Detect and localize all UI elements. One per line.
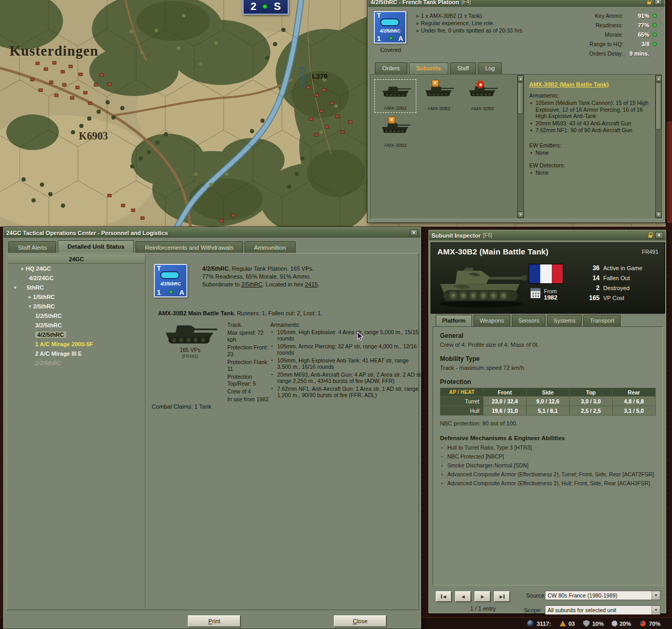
unit-window-titlebar[interactable]: 4/2/5thRC - French Tank Platoon [F4] ×: [368, 0, 665, 7]
globe-icon: [527, 620, 534, 627]
general-heading: General: [440, 332, 656, 339]
chevron-down-icon[interactable]: ▼: [652, 606, 660, 614]
chevron-down-icon[interactable]: ▾: [27, 304, 33, 309]
unit-counter[interactable]: T 4/2/5thRC 1 A: [374, 11, 406, 44]
subunit-item[interactable]: × AMX-30B2: [418, 79, 460, 113]
unit-desc: Regular Tank Platoon. 165 VPs.: [230, 265, 314, 272]
source-value: CW 80s France (1980-1989): [545, 591, 652, 600]
stat-label: VP Cost: [603, 295, 624, 301]
tree-item-2-2-5thrc[interactable]: 2/2/5thRC: [8, 358, 145, 368]
print-button[interactable]: Print: [188, 615, 240, 627]
stat-destroyed: 2 Destroyed: [581, 283, 659, 293]
map-scrollbar-thumb[interactable]: [667, 122, 671, 222]
defensive-item: Hull to Turret Ratio, Type 3 [HTR3]: [440, 443, 656, 452]
scroll-down-icon[interactable]: ▼: [656, 211, 662, 218]
tree-item-mirage-2000[interactable]: 1 A/C Mirage 2000-5F: [8, 339, 145, 349]
tab-staff[interactable]: Staff: [450, 62, 476, 74]
stat-vp-cost: 165 VP Cost: [581, 293, 659, 303]
mouse-cursor-icon: [357, 332, 364, 344]
tree-label: 2 A/C Mirage III E: [35, 350, 82, 357]
scroll-up-icon[interactable]: ▲: [518, 76, 523, 82]
subunit-type-link[interactable]: AMX-30B2 (Main Battle Tank): [529, 81, 608, 88]
tree-item-1-2-5thrc[interactable]: 1/2/5thRC: [8, 311, 145, 321]
tree-item-1-5thrc[interactable]: ▸ 1/5thRC: [8, 292, 145, 302]
cell: 9,0 / 12,6: [527, 397, 570, 406]
tree-item-2-5thrc[interactable]: ▾ 2/5thRC: [8, 302, 145, 311]
toc-window: 24GC Tactical Operations Center - Person…: [3, 227, 422, 629]
lock-icon[interactable]: [647, 1, 652, 5]
map-unit-counter[interactable]: 2 S: [243, 0, 289, 15]
subunit-item[interactable]: × AMX-30B2: [374, 116, 416, 150]
previous-entry-button[interactable]: ◀: [455, 591, 471, 602]
window-hotkey: [F6]: [484, 232, 492, 238]
tree-label: HQ 24GC: [26, 265, 51, 272]
subunit-heading: AMX-30B2 (Main Battle Tank): [437, 247, 549, 256]
row-label: Hull: [440, 406, 484, 415]
subunit-item[interactable]: AMX-30B2: [374, 79, 416, 113]
close-icon[interactable]: ×: [410, 229, 418, 236]
lock-icon[interactable]: [648, 234, 653, 238]
ew-emitters-heading: EW Emitters:: [529, 142, 651, 148]
next-entry-button[interactable]: ▶: [475, 591, 490, 602]
tree-item-3-2-5thrc[interactable]: 3/2/5thRC: [8, 321, 145, 330]
subunit-label: AMX-30B2: [374, 143, 416, 148]
hex-link[interactable]: 2415: [305, 281, 318, 287]
defensive-item: Advanced Composite Armor (Effectiveness …: [440, 479, 656, 488]
tab-ammunition[interactable]: Ammunition: [245, 241, 296, 253]
close-icon[interactable]: ×: [655, 232, 663, 239]
chevron-right-icon[interactable]: ▸: [27, 294, 33, 300]
tree-item-4-2-24gc[interactable]: 4/2/24GC: [8, 273, 145, 283]
tab-log[interactable]: Log: [478, 62, 502, 74]
posture-label: Covered: [371, 47, 411, 53]
tab-weapons[interactable]: Weapons: [474, 315, 510, 326]
scroll-down-icon[interactable]: ▼: [518, 211, 523, 218]
ref-code: FR491: [642, 249, 658, 255]
cell: 3,0 / 3,0: [570, 397, 613, 406]
tab-platform[interactable]: Platform: [436, 315, 472, 326]
last-entry-button[interactable]: ▶: [494, 591, 510, 602]
stat-value: 2: [581, 284, 600, 292]
map-scrollbar[interactable]: [666, 0, 672, 227]
armament-line: 7.62mm NF1, Anti-Aircraft Gun: 1 Area st…: [270, 386, 424, 398]
tree-item-4-2-5thrc-selected[interactable]: 4/2/5thRC: [8, 330, 145, 339]
close-icon[interactable]: ×: [654, 0, 662, 5]
info-line: Regular experience, Line role.: [421, 19, 495, 27]
unit-window-tabs: Orders Subunits Staff Log: [375, 62, 502, 74]
subunit-type-title: AMX-30B2 Main Battle Tank.: [158, 310, 235, 316]
parent-unit-link[interactable]: 2/5thRC: [242, 281, 262, 287]
source-dropdown[interactable]: CW 80s France (1980-1989) ▼: [545, 591, 660, 600]
status-pie-pct: 70%: [639, 620, 660, 627]
first-entry-button[interactable]: ◀: [436, 591, 452, 602]
tab-systems[interactable]: Systems: [547, 315, 582, 326]
inspector-titlebar[interactable]: Subunit Inspector [F6] ×: [429, 230, 666, 240]
tab-transport[interactable]: Transport: [583, 315, 621, 326]
scrollbar-thumb[interactable]: [518, 82, 523, 114]
tree-label: 2/2/5thRC: [35, 360, 61, 366]
tab-sensors[interactable]: Sensors: [512, 315, 545, 326]
chevron-right-icon[interactable]: ▸: [19, 266, 26, 271]
scope-dropdown[interactable]: All subunits for selected unit ▼: [545, 605, 660, 615]
tab-orders[interactable]: Orders: [375, 62, 407, 74]
tree-label: 2/5thRC: [33, 303, 55, 310]
tab-detailed-unit-status[interactable]: Detailed Unit Status: [58, 240, 134, 253]
subunit-item[interactable]: AMX-30B2: [461, 79, 503, 113]
subunit-list-scrollbar[interactable]: ▲ ▼: [517, 75, 524, 218]
tab-subunits[interactable]: Subunits: [409, 62, 448, 74]
tree-item-5thrc[interactable]: ▾ 5thRC: [8, 283, 145, 292]
status-dot-icon: [169, 290, 173, 294]
unit-counter: T 4/2/5thRC 1 A: [154, 264, 187, 297]
toc-titlebar[interactable]: 24GC Tactical Operations Center - Person…: [4, 228, 421, 238]
tab-staff-alerts[interactable]: Staff Alerts: [8, 241, 56, 253]
chevron-down-icon[interactable]: ▾: [12, 285, 18, 290]
scrollbar-thumb[interactable]: [656, 82, 662, 130]
inspector-header: AMX-30B2 (Main Battle Tank) FR491 From 1…: [430, 242, 665, 314]
detail-scrollbar[interactable]: ▲ ▼: [655, 75, 662, 218]
stat-label: Range to HQ:: [590, 41, 623, 47]
map-label-hexref: K6903: [79, 130, 108, 142]
tree-item-hq-24gc[interactable]: ▸ HQ 24GC: [8, 264, 145, 273]
scroll-up-icon[interactable]: ▲: [656, 76, 662, 82]
chevron-down-icon[interactable]: ▼: [652, 591, 660, 600]
tree-item-mirage-iii[interactable]: 2 A/C Mirage III E: [8, 349, 145, 358]
tab-reinforcements[interactable]: Reinforcements and Withdrawals: [135, 241, 243, 253]
close-button[interactable]: Close: [334, 615, 386, 627]
